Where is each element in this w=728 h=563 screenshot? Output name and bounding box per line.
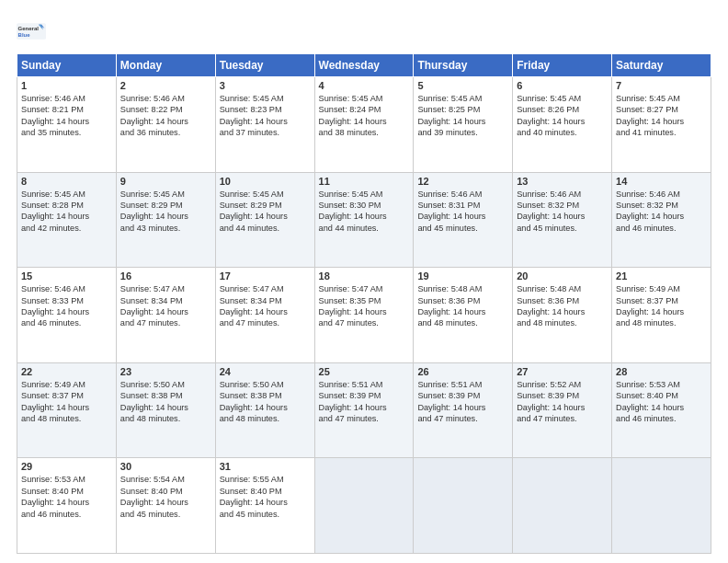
cell-line: Sunrise: 5:48 AM [417,284,482,293]
calendar-cell: 4Sunrise: 5:45 AMSunset: 8:24 PMDaylight… [314,77,414,173]
day-number: 25 [319,366,410,377]
cell-line: Sunset: 8:34 PM [220,296,282,305]
cell-line: Sunrise: 5:46 AM [21,94,85,103]
calendar-cell: 6Sunrise: 5:45 AMSunset: 8:26 PMDaylight… [513,77,612,173]
day-number: 9 [120,176,211,187]
day-number: 10 [220,176,311,187]
col-header-saturday: Saturday [612,54,711,77]
page: GeneralBlue SundayMondayTuesdayWednesday… [0,0,728,563]
day-number: 26 [417,366,508,377]
cell-line: Daylight: 14 hours [120,117,188,126]
cell-line: and 45 minutes. [120,510,180,519]
cell-line: Sunrise: 5:45 AM [220,190,284,199]
cell-line: Daylight: 14 hours [220,498,288,507]
cell-line: Sunrise: 5:45 AM [21,190,85,199]
cell-line: Sunrise: 5:53 AM [21,475,85,484]
calendar-cell: 5Sunrise: 5:45 AMSunset: 8:25 PMDaylight… [414,77,513,173]
cell-line: Sunset: 8:36 PM [417,296,480,305]
cell-line: Daylight: 14 hours [616,403,684,412]
cell-line: and 35 minutes. [21,128,81,137]
cell-line: Sunset: 8:39 PM [319,391,381,400]
day-number: 8 [21,176,112,187]
cell-info: Sunrise: 5:50 AMSunset: 8:38 PMDaylight:… [120,379,211,425]
cell-info: Sunrise: 5:46 AMSunset: 8:32 PMDaylight:… [517,189,608,235]
calendar-cell: 2Sunrise: 5:46 AMSunset: 8:22 PMDaylight… [116,77,215,173]
day-number: 7 [616,80,707,91]
cell-line: Daylight: 14 hours [220,307,288,316]
calendar-cell: 22Sunrise: 5:49 AMSunset: 8:37 PMDayligh… [17,362,117,458]
cell-line: and 47 minutes. [120,318,180,327]
cell-info: Sunrise: 5:53 AMSunset: 8:40 PMDaylight:… [21,474,112,520]
cell-line: and 37 minutes. [220,128,279,137]
calendar-table: SundayMondayTuesdayWednesdayThursdayFrid… [17,53,711,554]
cell-info: Sunrise: 5:45 AMSunset: 8:26 PMDaylight:… [517,93,608,139]
day-number: 13 [517,176,608,187]
day-number: 3 [220,80,311,91]
calendar-cell: 29Sunrise: 5:53 AMSunset: 8:40 PMDayligh… [17,458,117,554]
calendar-cell: 21Sunrise: 5:49 AMSunset: 8:37 PMDayligh… [612,268,711,363]
col-header-sunday: Sunday [17,54,117,77]
calendar-cell: 13Sunrise: 5:46 AMSunset: 8:32 PMDayligh… [513,172,612,268]
cell-info: Sunrise: 5:45 AMSunset: 8:29 PMDaylight:… [120,189,211,235]
cell-line: Sunrise: 5:46 AM [517,190,581,199]
day-number: 23 [120,366,211,377]
cell-info: Sunrise: 5:45 AMSunset: 8:25 PMDaylight:… [417,93,508,139]
cell-line: Sunset: 8:29 PM [120,201,183,210]
cell-line: Sunset: 8:31 PM [417,201,480,210]
cell-line: Daylight: 14 hours [417,403,485,412]
day-number: 22 [21,366,112,377]
cell-line: and 48 minutes. [21,414,81,423]
cell-line: Sunset: 8:38 PM [120,391,183,400]
cell-info: Sunrise: 5:45 AMSunset: 8:28 PMDaylight:… [21,189,112,235]
cell-line: Sunset: 8:23 PM [220,105,282,114]
calendar-cell: 31Sunrise: 5:55 AMSunset: 8:40 PMDayligh… [215,458,314,554]
cell-info: Sunrise: 5:52 AMSunset: 8:39 PMDaylight:… [517,379,608,425]
cell-info: Sunrise: 5:45 AMSunset: 8:24 PMDaylight:… [319,93,410,139]
cell-info: Sunrise: 5:45 AMSunset: 8:27 PMDaylight:… [616,93,707,139]
cell-line: Daylight: 14 hours [319,403,387,412]
calendar-cell: 10Sunrise: 5:45 AMSunset: 8:29 PMDayligh… [215,172,314,268]
calendar-cell [314,458,414,554]
cell-info: Sunrise: 5:54 AMSunset: 8:40 PMDaylight:… [120,474,211,520]
calendar-cell [513,458,612,554]
cell-line: Sunset: 8:29 PM [220,201,282,210]
cell-line: Sunrise: 5:45 AM [220,94,284,103]
cell-line: Daylight: 14 hours [616,307,684,316]
col-header-wednesday: Wednesday [314,54,414,77]
cell-info: Sunrise: 5:46 AMSunset: 8:33 PMDaylight:… [21,283,112,329]
cell-line: Sunset: 8:40 PM [120,487,183,496]
cell-line: Sunset: 8:26 PM [517,105,579,114]
calendar-cell: 20Sunrise: 5:48 AMSunset: 8:36 PMDayligh… [513,268,612,363]
cell-info: Sunrise: 5:46 AMSunset: 8:22 PMDaylight:… [120,93,211,139]
cell-line: Sunset: 8:24 PM [319,105,381,114]
cell-line: Sunrise: 5:46 AM [417,190,482,199]
cell-line: and 47 minutes. [319,414,379,423]
cell-line: Sunrise: 5:45 AM [120,190,185,199]
day-number: 12 [417,176,508,187]
cell-line: Daylight: 14 hours [517,117,585,126]
cell-info: Sunrise: 5:48 AMSunset: 8:36 PMDaylight:… [417,283,508,329]
cell-line: Sunrise: 5:47 AM [220,284,284,293]
cell-line: Sunrise: 5:45 AM [616,94,680,103]
cell-line: and 48 minutes. [120,414,180,423]
cell-line: Sunset: 8:32 PM [517,201,579,210]
calendar-cell: 25Sunrise: 5:51 AMSunset: 8:39 PMDayligh… [314,362,414,458]
day-number: 11 [319,176,410,187]
logo: GeneralBlue [17,17,46,46]
header: GeneralBlue [17,17,711,46]
cell-line: Daylight: 14 hours [120,403,188,412]
cell-line: and 47 minutes. [517,414,576,423]
cell-line: Sunset: 8:21 PM [21,105,84,114]
week-row-1: 1Sunrise: 5:46 AMSunset: 8:21 PMDaylight… [17,77,711,173]
cell-line: and 45 minutes. [220,510,279,519]
cell-line: Daylight: 14 hours [220,117,288,126]
day-number: 31 [220,461,311,472]
calendar-cell: 7Sunrise: 5:45 AMSunset: 8:27 PMDaylight… [612,77,711,173]
day-number: 20 [517,270,608,282]
week-row-4: 22Sunrise: 5:49 AMSunset: 8:37 PMDayligh… [17,362,711,458]
cell-info: Sunrise: 5:47 AMSunset: 8:35 PMDaylight:… [319,283,410,329]
day-number: 17 [220,270,311,282]
cell-info: Sunrise: 5:47 AMSunset: 8:34 PMDaylight:… [120,283,211,329]
cell-line: and 47 minutes. [220,318,279,327]
cell-line: Sunrise: 5:46 AM [616,190,680,199]
